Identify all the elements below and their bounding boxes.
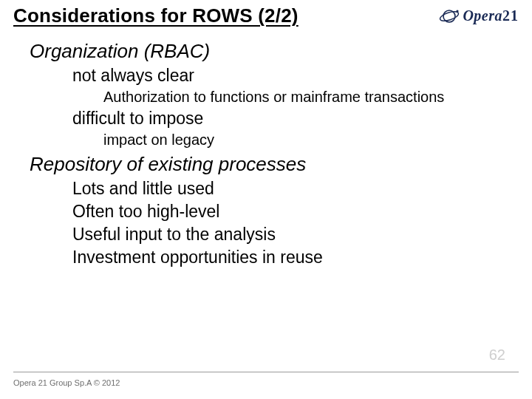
bullet-difficult-to-impose: difficult to impose — [72, 109, 510, 129]
section-organization: Organization (RBAC) not always clear Aut… — [30, 40, 510, 149]
content: Organization (RBAC) not always clear Aut… — [30, 35, 510, 267]
slide-title: Considerations for ROWS (2/2) — [13, 4, 299, 27]
section-heading: Repository of existing processes — [30, 153, 510, 176]
logo-suffix: 21 — [502, 7, 519, 24]
bullet-useful-input: Useful input to the analysis — [72, 225, 510, 245]
title-row: Considerations for ROWS (2/2) Opera21 — [13, 4, 519, 27]
planet-icon — [439, 6, 460, 27]
logo-brand: Opera — [463, 7, 502, 24]
section-heading: Organization (RBAC) — [30, 40, 510, 63]
bullet-investment-reuse: Investment opportunities in reuse — [72, 248, 510, 267]
svg-point-2 — [457, 10, 459, 12]
brand-logo: Opera21 — [439, 6, 519, 27]
footer-text: Opera 21 Group Sp.A © 2012 — [13, 378, 120, 387]
footer-rule — [13, 372, 519, 372]
bullet-not-always-clear: not always clear — [72, 66, 510, 86]
logo-text: Opera21 — [463, 7, 519, 24]
section-repository: Repository of existing processes Lots an… — [30, 153, 510, 267]
slide: Considerations for ROWS (2/2) Opera21 Or… — [0, 0, 532, 399]
bullet-lots-little-used: Lots and little used — [72, 179, 510, 199]
subbullet-authorization: Authorization to functions or mainframe … — [103, 89, 510, 106]
bullet-too-high-level: Often too high-level — [72, 202, 510, 222]
page-number: 62 — [489, 347, 505, 364]
subbullet-impact-legacy: impact on legacy — [103, 132, 510, 149]
